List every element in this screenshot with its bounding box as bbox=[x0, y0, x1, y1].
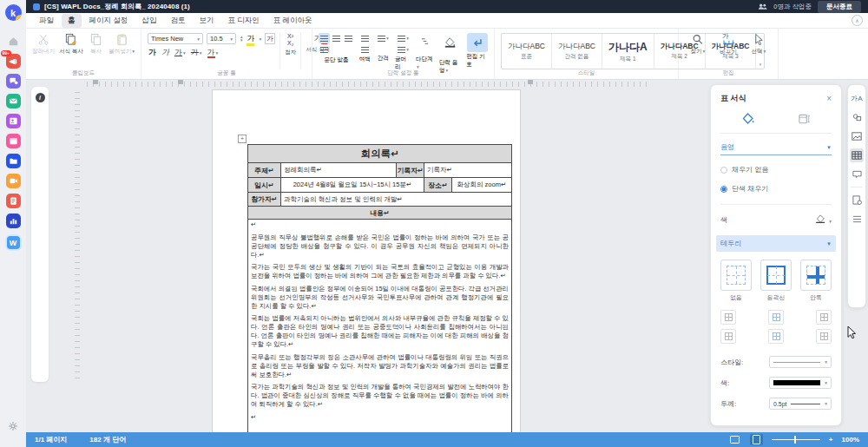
close-document-button[interactable]: 문서종료 bbox=[818, 1, 861, 13]
notes-icon[interactable] bbox=[6, 194, 21, 208]
menu-insert[interactable]: 삽입 bbox=[135, 14, 162, 28]
border-option-button[interactable] bbox=[720, 310, 736, 325]
document-page[interactable]: + 회의록↵ 주제↵ 정례회의록↵ 기록자↵ 기록자↵ 일시↵ 2024년 4월… bbox=[212, 89, 521, 432]
place-value-cell[interactable]: 화상회의 zoom↵ bbox=[452, 178, 511, 192]
align-justify-button[interactable] bbox=[319, 44, 330, 55]
sidebar-item-wapl-docs-active[interactable]: W bbox=[5, 234, 22, 251]
multilevel-list-button[interactable] bbox=[420, 36, 431, 47]
participants-value-cell[interactable]: 과학기술의 혁신과 정보 및 인력의 개발↵ bbox=[281, 193, 511, 206]
menu-page-setup[interactable]: 페이지 설정 bbox=[83, 14, 135, 28]
subscript-button[interactable]: X₂ bbox=[287, 40, 293, 47]
paragraph[interactable]: 국회는 법률에 저촉되지 아니하는 범위안에서 의사와 내부규율에 관한 규칙을… bbox=[251, 314, 509, 349]
mail-icon[interactable] bbox=[6, 94, 21, 108]
layout-tab[interactable] bbox=[798, 113, 811, 127]
recorder-label-cell[interactable]: 기록자↵ bbox=[397, 163, 424, 177]
bold-button[interactable]: 가 bbox=[148, 48, 156, 56]
subject-label-cell[interactable]: 주제↵ bbox=[248, 163, 281, 177]
table-title-cell[interactable]: 회의록↵ bbox=[248, 145, 511, 163]
info-icon[interactable]: i bbox=[36, 93, 45, 102]
font-color-button[interactable]: 가 bbox=[207, 48, 215, 56]
font-size-select[interactable]: 10.5▾ bbox=[207, 33, 236, 44]
close-icon[interactable]: × bbox=[826, 94, 832, 103]
paragraph[interactable]: 국가는 국민 모두의 생산 및 생활의 기반이 되는 국토의 효율적이고 균형있… bbox=[251, 263, 509, 280]
datetime-value-cell[interactable]: 2024년 4월8일 월요일 15시~15시 15분↵ bbox=[281, 178, 424, 192]
border-preset-none[interactable]: 없음 bbox=[720, 260, 752, 302]
strikethrough-button[interactable]: 가 bbox=[191, 48, 199, 56]
border-preset-inside[interactable]: 안쪽 bbox=[800, 260, 832, 302]
paragraph[interactable]: 국회에서 의결된 법률안은 정부에 이송되어 15일 이내에 대통령이 공포한다… bbox=[251, 285, 509, 311]
home-icon[interactable] bbox=[6, 34, 21, 49]
border-option-button[interactable] bbox=[768, 329, 784, 344]
sticker-tool-icon[interactable] bbox=[850, 168, 864, 181]
fill-color-picker[interactable]: ▾ bbox=[816, 214, 832, 225]
fill-none-radio[interactable]: 채우기 없음 bbox=[720, 165, 832, 174]
align-left-button[interactable] bbox=[319, 33, 330, 43]
shape-tool-icon[interactable] bbox=[850, 110, 864, 124]
zoom-level[interactable]: 100% bbox=[842, 436, 859, 444]
text-format-tool[interactable]: 가A bbox=[850, 91, 864, 105]
calendar-icon[interactable] bbox=[6, 134, 21, 148]
drive-folder-icon[interactable] bbox=[6, 154, 21, 168]
chat-icon[interactable] bbox=[6, 74, 21, 89]
find-button[interactable]: 찾기▾ bbox=[685, 33, 711, 56]
style-no-spacing[interactable]: 가나다ABC 간격 없음 bbox=[552, 34, 602, 69]
underline-button[interactable]: 가 bbox=[174, 48, 182, 56]
read-mode-icon[interactable] bbox=[728, 434, 741, 445]
horizontal-ruler[interactable] bbox=[87, 82, 651, 87]
style-heading1[interactable]: 가나다A 제목 1 bbox=[602, 34, 654, 69]
paragraph[interactable]: 국무총리 또는 행정각부의 장은 소관사무에 관하여 법률이나 대통령령의 위임… bbox=[251, 353, 509, 379]
menu-table-design[interactable]: 표 디자인 bbox=[221, 14, 265, 28]
menu-table-layout[interactable]: 표 레이아웃 bbox=[267, 14, 319, 28]
content-header-cell[interactable]: 내용↵ bbox=[248, 207, 511, 219]
paragraph[interactable]: 국가는 과학기술의 혁신과 정보 및 인력의 개발을 통하여 국민경제의 발전에… bbox=[251, 383, 509, 409]
datetime-label-cell[interactable]: 일시↵ bbox=[248, 178, 281, 192]
indent-increase-button[interactable] bbox=[359, 44, 371, 55]
contacts-icon[interactable] bbox=[6, 114, 21, 128]
paste-button[interactable]: 붙여넣기▾ bbox=[108, 33, 135, 56]
italic-button[interactable]: 가 bbox=[161, 48, 169, 56]
left-indent-marker[interactable] bbox=[178, 80, 183, 84]
tab-selector[interactable] bbox=[93, 80, 98, 84]
paragraph[interactable]: 공무원의 직무상 불법행위로 손해를 받은 국민은 법률이 정하는 바에 의하여… bbox=[251, 233, 509, 260]
subject-value-cell[interactable]: 정례회의록↵ bbox=[281, 163, 397, 177]
style-normal[interactable]: 가나다ABC 표준 bbox=[502, 34, 552, 69]
wapl-logo[interactable]: k bbox=[5, 4, 22, 21]
table-move-handle[interactable]: + bbox=[238, 135, 247, 143]
menu-home[interactable]: 홈 bbox=[62, 14, 82, 28]
bullet-list-button[interactable]: ▾ bbox=[398, 33, 409, 43]
menu-view[interactable]: 보기 bbox=[193, 14, 220, 28]
align-center-button[interactable] bbox=[331, 33, 342, 43]
format-painter-button[interactable]: 서식 복사 bbox=[59, 33, 83, 56]
menu-review[interactable]: 검토 bbox=[164, 14, 191, 28]
vertical-ruler[interactable] bbox=[75, 92, 80, 378]
reports-icon[interactable] bbox=[6, 214, 21, 228]
align-right-button[interactable] bbox=[343, 33, 354, 43]
zoom-in-icon[interactable]: + bbox=[829, 436, 833, 444]
shading-section-header[interactable]: 음영 ▼ bbox=[720, 142, 832, 155]
zoom-slider[interactable] bbox=[772, 436, 820, 444]
indent-decrease-button[interactable] bbox=[359, 33, 371, 43]
copy-button[interactable]: 복사 bbox=[88, 33, 104, 56]
font-family-select[interactable]: Times New▾ bbox=[148, 33, 203, 44]
zoom-slider-handle[interactable] bbox=[794, 436, 796, 444]
table-tool-icon[interactable] bbox=[850, 148, 864, 162]
collapse-ribbon-icon[interactable]: ∧ bbox=[852, 15, 863, 26]
settings-gear-icon[interactable] bbox=[8, 419, 18, 435]
outline-list-icon[interactable] bbox=[850, 212, 864, 226]
cut-button[interactable]: 잘라내기 bbox=[32, 33, 55, 56]
fill-tab[interactable] bbox=[741, 112, 755, 127]
character-border-button[interactable]: 가 bbox=[265, 33, 275, 44]
recorder-value-cell[interactable]: 기록자↵ bbox=[424, 163, 511, 177]
font-size-stepper[interactable]: ▲▼ bbox=[240, 36, 243, 43]
highlight-color-button[interactable]: 가 bbox=[247, 33, 254, 44]
border-option-button[interactable] bbox=[768, 310, 784, 325]
replace-button[interactable]: 가 ↳나 바꾸기 bbox=[715, 33, 741, 56]
line-color-select[interactable]: ▾ bbox=[769, 377, 832, 389]
numbered-list-button[interactable]: ▾ bbox=[398, 44, 409, 55]
superscript-button[interactable]: X² bbox=[287, 33, 293, 40]
paragraph[interactable]: ↵ bbox=[251, 220, 509, 229]
paragraph[interactable]: ↵ bbox=[251, 413, 509, 422]
border-preset-outline[interactable]: 윤곽선 bbox=[760, 260, 792, 302]
border-option-button[interactable] bbox=[720, 329, 736, 344]
announcement-icon[interactable]: 99+ bbox=[6, 54, 21, 69]
